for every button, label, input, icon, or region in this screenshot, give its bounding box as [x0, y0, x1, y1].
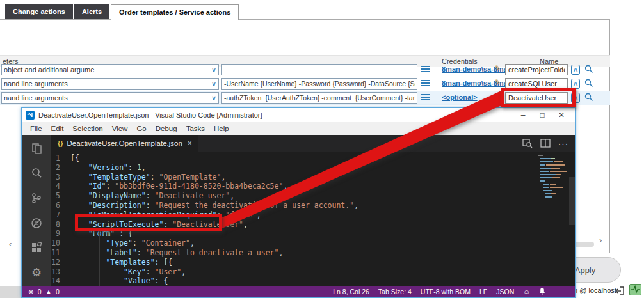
line-number: 3 [51, 173, 70, 182]
code-line[interactable]: 10 "Type": "Container", [51, 239, 575, 248]
menu-selection[interactable]: Selection [68, 125, 107, 132]
code-line[interactable]: 13 "Key": "User", [51, 267, 575, 277]
eol-type[interactable]: LF [479, 288, 487, 295]
debug-icon[interactable] [29, 216, 44, 230]
tab-order-templates[interactable]: Order templates / Service actions [111, 4, 239, 20]
chevron-down-icon: ∨ [211, 94, 216, 102]
json-file-icon: {} [58, 139, 63, 147]
line-number: 7 [51, 210, 70, 220]
menu-icon[interactable] [421, 80, 430, 88]
errors-count[interactable]: 0 [38, 288, 42, 295]
arguments-input[interactable] [221, 92, 417, 104]
editor-tabstrip: {} DeactivateUser.OpenTemplate.json × ··… [51, 135, 575, 152]
menu-help[interactable]: Help [209, 125, 234, 132]
name-input[interactable] [505, 64, 568, 75]
errors-icon[interactable]: ⊗ [28, 288, 34, 295]
code-line[interactable]: 5 "DisplayName": "Deactivate user", [51, 191, 575, 201]
indent-guide [99, 231, 100, 286]
tab-alerts[interactable]: Alerts [74, 4, 109, 19]
line-number: 1 [51, 153, 70, 163]
script-icon[interactable]: A [571, 65, 580, 75]
chevron-down-icon: ∨ [211, 66, 216, 74]
line-number: 12 [51, 258, 70, 267]
line-number: 14 [51, 276, 70, 286]
split-editor-icon[interactable] [540, 139, 551, 148]
window-title: DeactivateUser.OpenTemplate.json - Visua… [38, 111, 513, 119]
credentials-link[interactable]: 8man-demo\sa-8man [442, 79, 511, 87]
language-mode[interactable]: JSON [496, 288, 514, 295]
code-line[interactable]: 3 "TemplateType": "OpenTemplate", [51, 173, 575, 182]
code-line[interactable]: 1[{ [51, 153, 575, 163]
screen: Change actions Alerts Order templates / … [0, 0, 644, 298]
vscode-logo-icon [26, 111, 35, 120]
parameter-type-select[interactable]: object and additional argume ∨ [1, 64, 219, 75]
line-number: 6 [51, 201, 70, 210]
feedback-smiley-icon[interactable]: ☺ [523, 288, 530, 295]
close-tab-icon[interactable]: × [188, 139, 192, 148]
encoding[interactable]: UTF-8 with BOM [421, 288, 471, 295]
warnings-count[interactable]: 0 [56, 288, 60, 295]
menu-go[interactable]: Go [132, 125, 150, 132]
menu-icon[interactable] [421, 94, 430, 102]
vscode-menubar: File Edit Selection View Go Debug Tasks … [22, 122, 575, 135]
minimap[interactable] [538, 153, 567, 214]
annotation-box-script-line [75, 214, 222, 231]
vscode-titlebar[interactable]: DeactivateUser.OpenTemplate.json - Visua… [22, 108, 575, 122]
editor-scrollbar[interactable] [569, 177, 575, 225]
open-preview-icon[interactable] [522, 138, 533, 148]
editor-tab-label: DeactivateUser.OpenTemplate.json [67, 139, 182, 147]
extensions-icon[interactable] [29, 240, 44, 255]
line-number: 2 [51, 163, 70, 173]
scroll-right-icon[interactable]: › [599, 235, 602, 245]
menu-edit[interactable]: Edit [47, 125, 68, 132]
search-icon[interactable] [584, 65, 593, 74]
maximize-button[interactable]: □ [533, 111, 552, 120]
settings-gear-icon[interactable]: ⚙ [31, 265, 42, 279]
close-button[interactable]: ✕ [552, 111, 571, 120]
logout-icon[interactable] [615, 286, 625, 298]
minimize-button[interactable]: – [513, 111, 533, 120]
select-value: object and additional argume [4, 66, 210, 74]
more-actions-icon[interactable]: ··· [558, 139, 568, 148]
code-line[interactable]: 6 "Description": "Request the deactivati… [51, 201, 575, 210]
code-line[interactable]: 2 "Version": 1, [51, 163, 575, 173]
arguments-input[interactable] [221, 64, 417, 75]
line-number: 11 [51, 248, 70, 258]
menu-view[interactable]: View [108, 125, 133, 132]
notifications-bell-icon[interactable] [539, 288, 545, 296]
editor-tab[interactable]: {} DeactivateUser.OpenTemplate.json × [51, 135, 198, 152]
menu-debug[interactable]: Debug [151, 125, 182, 132]
source-control-icon[interactable] [29, 191, 44, 206]
annotation-box-name-field [501, 88, 576, 107]
code-line[interactable]: 11 "Label": "Request to deactivate a use… [51, 248, 575, 258]
search-icon[interactable] [584, 93, 593, 102]
menu-icon[interactable] [421, 66, 430, 74]
parameter-type-select[interactable]: nand line arguments ∨ [1, 92, 219, 104]
parameter-type-select[interactable]: nand line arguments ∨ [1, 78, 219, 90]
line-number: 13 [51, 267, 70, 277]
select-value: nand line arguments [4, 80, 210, 88]
menu-tasks[interactable]: Tasks [182, 125, 209, 132]
code-line[interactable]: 14 "Value": { [51, 276, 575, 286]
health-monitor-icon[interactable] [629, 284, 641, 295]
code-line[interactable]: 4 "Id": "bb3bdf0e-911d-4180-8520-bba4bec… [51, 182, 575, 191]
credentials-link[interactable]: <optional> [442, 93, 478, 101]
menu-file[interactable]: File [26, 125, 47, 132]
chevron-down-icon: ∨ [211, 80, 216, 88]
line-number: 9 [51, 229, 70, 239]
search-icon[interactable] [29, 166, 44, 181]
select-value: nand line arguments [4, 94, 210, 102]
line-number: 10 [51, 239, 70, 248]
line-number: 5 [51, 191, 70, 201]
tab-size[interactable]: Tab Size: 4 [378, 288, 412, 295]
credentials-link[interactable]: 8man-demo\sa-8man [442, 65, 511, 73]
explorer-icon[interactable] [29, 141, 44, 156]
scroll-left-icon[interactable]: ‹ [9, 239, 12, 249]
cursor-position[interactable]: Ln 8, Col 26 [333, 288, 369, 295]
warnings-icon[interactable]: ▲ [45, 288, 52, 295]
code-line[interactable]: 12 "Templates": [{ [51, 258, 575, 267]
arguments-input[interactable] [221, 78, 417, 90]
line-number: 4 [51, 182, 70, 191]
tab-change-actions[interactable]: Change actions [5, 4, 73, 19]
search-icon[interactable] [584, 79, 593, 88]
